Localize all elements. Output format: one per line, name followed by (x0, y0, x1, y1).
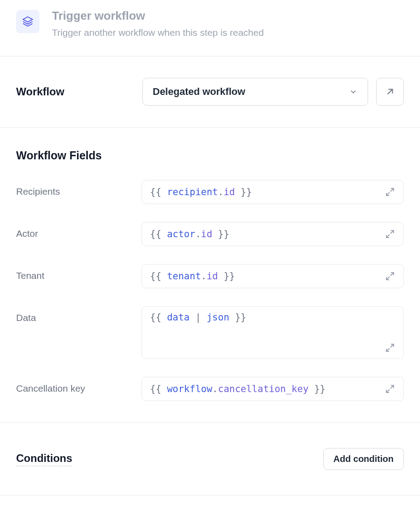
open-workflow-button[interactable] (376, 78, 404, 106)
field-expression: {{ workflow.cancellation_key }} (150, 384, 326, 394)
expand-icon[interactable] (385, 342, 395, 353)
svg-line-6 (390, 273, 394, 276)
workflow-label: Workflow (16, 85, 134, 98)
field-expression: {{ recipient.id }} (150, 187, 252, 197)
field-label: Actor (16, 222, 141, 239)
expand-icon[interactable] (385, 271, 395, 282)
workflow-select[interactable]: Delegated workflow (142, 78, 368, 106)
field-label: Cancellation key (16, 377, 141, 394)
workflow-fields-title: Workflow Fields (16, 149, 404, 162)
svg-line-9 (386, 348, 390, 351)
workflow-icon-box (16, 10, 39, 33)
conditions-title: Conditions (16, 452, 72, 466)
svg-marker-0 (23, 17, 33, 22)
field-row: Data{{ data | json }} (16, 306, 404, 359)
field-row: Actor{{ actor.id }} (16, 222, 404, 246)
field-label: Recipients (16, 180, 141, 197)
svg-line-2 (390, 188, 394, 192)
expand-icon[interactable] (385, 187, 395, 197)
field-row: Recipients{{ recipient.id }} (16, 180, 404, 204)
add-condition-button[interactable]: Add condition (323, 448, 404, 470)
svg-line-7 (386, 277, 390, 280)
field-expression: {{ data | json }} (150, 312, 246, 323)
chevron-down-icon (349, 87, 358, 96)
field-input[interactable]: {{ actor.id }} (141, 222, 404, 246)
field-input[interactable]: {{ tenant.id }} (141, 264, 404, 288)
expand-icon[interactable] (385, 384, 395, 394)
workflow-selected-value: Delegated workflow (153, 86, 245, 98)
svg-line-1 (388, 90, 393, 94)
svg-line-3 (386, 192, 390, 196)
svg-line-11 (386, 389, 390, 393)
external-link-arrow-icon (385, 87, 395, 97)
svg-line-5 (386, 235, 390, 238)
workflow-fields-section: Workflow Fields Recipients{{ recipient.i… (0, 128, 420, 423)
conditions-section: Conditions Add condition (0, 423, 420, 495)
field-input[interactable]: {{ data | json }} (141, 306, 404, 359)
field-label: Tenant (16, 264, 141, 281)
layers-icon (21, 15, 34, 28)
field-expression: {{ tenant.id }} (150, 271, 235, 282)
expand-icon[interactable] (385, 229, 395, 239)
page-subtitle: Trigger another workflow when this step … (52, 27, 264, 38)
svg-line-4 (390, 231, 394, 234)
page-title: Trigger workflow (52, 9, 264, 23)
svg-line-8 (390, 344, 394, 347)
field-input[interactable]: {{ workflow.cancellation_key }} (141, 377, 404, 401)
field-row: Tenant{{ tenant.id }} (16, 264, 404, 288)
header-section: Trigger workflow Trigger another workflo… (0, 0, 420, 56)
field-expression: {{ actor.id }} (150, 229, 229, 239)
header-text: Trigger workflow Trigger another workflo… (52, 9, 264, 38)
svg-line-10 (390, 385, 394, 389)
workflow-row: Workflow Delegated workflow (0, 56, 420, 128)
field-input[interactable]: {{ recipient.id }} (141, 180, 404, 204)
field-label: Data (16, 306, 141, 323)
field-row: Cancellation key{{ workflow.cancellation… (16, 377, 404, 401)
